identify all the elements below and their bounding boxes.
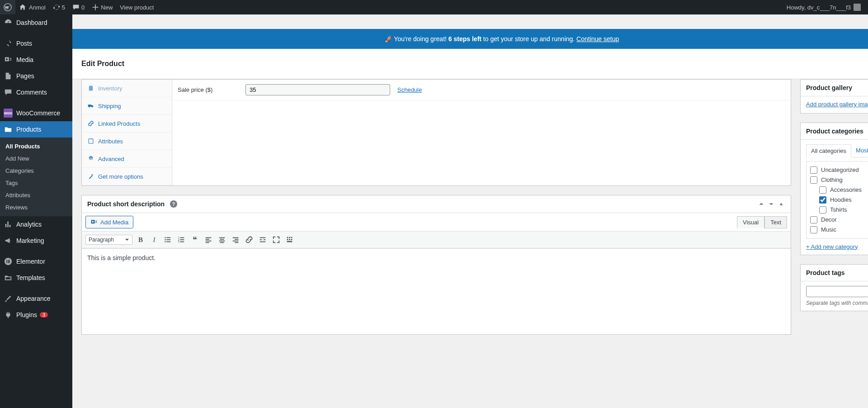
help-icon[interactable]: ?: [170, 200, 177, 208]
align-left-icon: [204, 236, 212, 244]
move-up-button[interactable]: [757, 200, 765, 208]
svg-text:3: 3: [178, 240, 179, 243]
format-select[interactable]: Paragraph: [85, 235, 132, 245]
category-item[interactable]: Tshirts: [810, 205, 868, 215]
updates-link[interactable]: 5: [49, 0, 69, 14]
tab-advanced[interactable]: Advanced: [82, 150, 172, 168]
toggle-button[interactable]: [777, 200, 785, 208]
short-description-editor[interactable]: This is a simple product.: [82, 248, 791, 334]
tab-most-used[interactable]: Most Used: [851, 144, 868, 157]
svg-rect-31: [260, 239, 262, 240]
toolbar-toggle-button[interactable]: [284, 234, 295, 245]
submenu-all-products[interactable]: All Products: [0, 140, 72, 152]
new-content-link[interactable]: New: [88, 0, 116, 14]
comments-link[interactable]: 0: [69, 0, 88, 14]
category-item[interactable]: Hoodies: [810, 195, 868, 205]
truck-icon: [87, 102, 94, 109]
submenu-tags[interactable]: Tags: [0, 177, 72, 189]
menu-templates[interactable]: Templates: [0, 270, 72, 286]
svg-rect-32: [264, 239, 266, 240]
site-name-link[interactable]: Anmol: [15, 0, 49, 14]
howdy-account[interactable]: Howdy, dv_c___7n___f3: [783, 0, 864, 14]
wp-logo[interactable]: [0, 0, 15, 14]
megaphone-icon: [4, 236, 13, 245]
tab-get-more[interactable]: Get more options: [82, 168, 172, 185]
view-product-link[interactable]: View product: [116, 0, 157, 14]
add-gallery-images-link[interactable]: Add product gallery images: [806, 101, 868, 108]
menu-comments[interactable]: Comments: [0, 84, 72, 100]
insert-more-button[interactable]: [257, 234, 268, 245]
svg-rect-24: [219, 241, 225, 242]
tab-attributes[interactable]: Attributes: [82, 133, 172, 150]
align-center-icon: [218, 236, 226, 244]
menu-woocommerce[interactable]: woo WooCommerce: [0, 105, 72, 121]
category-checkbox[interactable]: [810, 166, 817, 174]
tags-input[interactable]: [806, 286, 868, 297]
svg-rect-7: [166, 237, 170, 238]
sale-price-input[interactable]: [245, 84, 390, 95]
bold-button[interactable]: B: [135, 234, 146, 245]
bullet-list-button[interactable]: [162, 234, 173, 245]
text-tab[interactable]: Text: [764, 216, 787, 228]
add-new-category-link[interactable]: + Add new category: [806, 243, 858, 250]
submenu-attributes[interactable]: Attributes: [0, 189, 72, 201]
menu-marketing[interactable]: Marketing: [0, 232, 72, 249]
chart-icon: [4, 220, 13, 229]
category-checkbox[interactable]: [810, 226, 817, 233]
comment-icon: [72, 4, 80, 11]
category-checkbox[interactable]: [819, 206, 826, 213]
list-icon: [87, 138, 94, 145]
link-icon: [245, 236, 253, 244]
woocommerce-icon: woo: [4, 109, 13, 118]
admin-bar: Anmol 5 0 New View product Howdy, dv_c__…: [0, 0, 868, 14]
svg-rect-27: [235, 239, 238, 240]
category-item[interactable]: Accessories: [810, 185, 868, 195]
plus-icon: [92, 4, 99, 11]
svg-rect-11: [166, 242, 170, 242]
menu-posts[interactable]: Posts: [0, 35, 72, 52]
submenu-reviews[interactable]: Reviews: [0, 201, 72, 213]
menu-elementor[interactable]: Elementor: [0, 253, 72, 270]
italic-button[interactable]: I: [149, 234, 160, 245]
submenu-add-new[interactable]: Add New: [0, 152, 72, 165]
category-item[interactable]: Clothing: [810, 175, 868, 185]
menu-analytics[interactable]: Analytics: [0, 216, 72, 232]
menu-appearance[interactable]: Appearance: [0, 290, 72, 307]
align-right-button[interactable]: [230, 234, 241, 245]
menu-media[interactable]: Media: [0, 52, 72, 68]
continue-setup-link[interactable]: Continue setup: [576, 35, 619, 43]
insert-link-button[interactable]: [244, 234, 255, 245]
submenu-categories[interactable]: Categories: [0, 165, 72, 177]
svg-rect-22: [219, 237, 225, 238]
tab-shipping[interactable]: Shipping: [82, 97, 172, 115]
menu-pages[interactable]: Pages: [0, 68, 72, 84]
align-center-button[interactable]: [217, 234, 227, 245]
add-media-button[interactable]: Add Media: [85, 216, 133, 228]
category-item[interactable]: Uncategorized: [810, 165, 868, 175]
tab-inventory[interactable]: Inventory: [82, 80, 172, 97]
visual-tab[interactable]: Visual: [737, 216, 764, 228]
menu-products[interactable]: Products: [0, 121, 72, 138]
numbered-list-button[interactable]: 123: [176, 234, 187, 245]
schedule-link[interactable]: Schedule: [397, 86, 422, 93]
tab-all-categories[interactable]: All categories: [806, 144, 851, 157]
short-desc-title: Product short description: [87, 200, 165, 208]
fullscreen-button[interactable]: [271, 234, 282, 245]
page-title: Edit Product: [81, 60, 124, 68]
svg-rect-40: [287, 241, 292, 242]
menu-dashboard[interactable]: Dashboard: [0, 14, 72, 31]
category-checkbox[interactable]: [810, 216, 817, 223]
caret-down-icon: [125, 237, 129, 242]
category-item[interactable]: Music: [810, 225, 868, 235]
align-left-button[interactable]: [203, 234, 214, 245]
product-data-tabs: Inventory Shipping Linked Products Attri…: [82, 80, 172, 185]
category-checkbox[interactable]: [819, 186, 826, 194]
move-down-button[interactable]: [767, 200, 775, 208]
svg-rect-36: [291, 237, 292, 238]
category-checkbox[interactable]: [819, 196, 826, 204]
menu-plugins[interactable]: Plugins 3: [0, 307, 72, 323]
category-item[interactable]: Decor: [810, 215, 868, 225]
category-checkbox[interactable]: [810, 176, 817, 184]
tab-linked-products[interactable]: Linked Products: [82, 115, 172, 133]
blockquote-button[interactable]: ❝: [189, 234, 200, 245]
